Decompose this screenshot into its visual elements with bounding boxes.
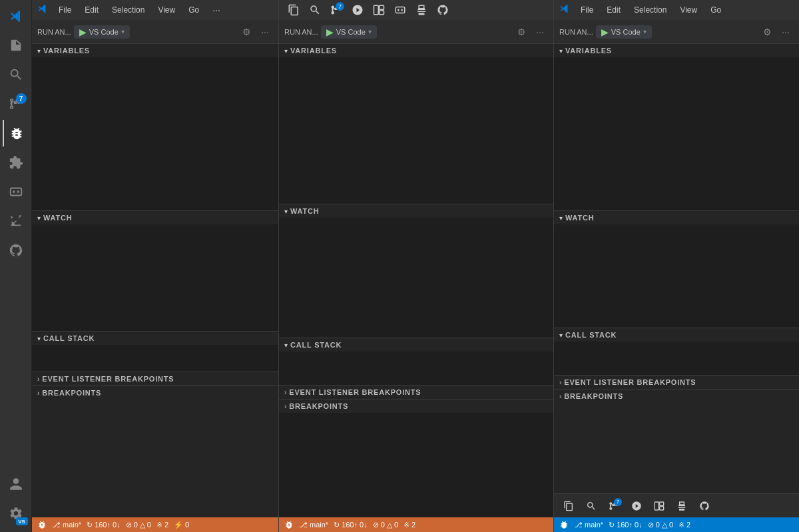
remote-icon[interactable] xyxy=(391,1,409,19)
right-branch-status[interactable]: ⎇ main* xyxy=(574,521,603,529)
center-debug-toolbar: RUN AN... ▶ VS Code ▾ ⚙ ··· xyxy=(279,20,553,44)
menu-file[interactable]: File xyxy=(53,4,77,16)
settings-button[interactable]: ⚙ xyxy=(238,24,254,40)
center-errors-status[interactable]: ⊘ 0 △ 0 xyxy=(373,521,398,529)
settings-icon[interactable]: VS xyxy=(3,500,29,527)
errors-status[interactable]: ⊘ 0 △ 0 xyxy=(126,521,151,529)
run-debug-icon[interactable] xyxy=(3,120,29,146)
right-layout-icon[interactable] xyxy=(650,497,668,515)
right-run-icon[interactable] xyxy=(627,497,646,515)
menu-edit[interactable]: Edit xyxy=(79,4,104,16)
center-watch-title: WATCH xyxy=(290,207,320,215)
right-variables-body xyxy=(554,57,799,210)
vscode-logo-icon[interactable] xyxy=(3,3,29,29)
right-debug-icon-status[interactable] xyxy=(559,520,569,529)
right-config-selector[interactable]: ▶ VS Code ▾ xyxy=(596,25,652,39)
center-call-stack-section-header[interactable]: ▾ CALL STACK xyxy=(279,338,553,352)
play-icon: ▶ xyxy=(79,27,87,37)
variables-section-header[interactable]: ▾ VARIABLES xyxy=(32,44,278,57)
right-more-button[interactable]: ··· xyxy=(778,24,794,40)
account-icon[interactable] xyxy=(3,471,29,497)
explorer-icon[interactable] xyxy=(3,32,29,59)
info-status[interactable]: ※ 2 xyxy=(156,521,168,529)
center-variables-section-header[interactable]: ▾ VARIABLES xyxy=(279,44,553,57)
center-sync-count: 160↑ 0↓ xyxy=(342,521,368,529)
right-status-bar: ⎇ main* ↻ 160↑ 0↓ ⊘ 0 △ 0 ※ 2 xyxy=(554,517,799,532)
center-branch-status[interactable]: ⎇ main* xyxy=(299,521,328,529)
center-more-button[interactable]: ··· xyxy=(532,24,548,40)
config-selector[interactable]: ▶ VS Code ▾ xyxy=(74,25,130,39)
more-button[interactable]: ··· xyxy=(257,24,273,40)
menu-go[interactable]: Go xyxy=(183,4,204,16)
breakpoints-chevron-icon: › xyxy=(37,390,39,397)
layout-icon[interactable] xyxy=(370,1,388,19)
center-event-listener-section-header[interactable]: › EVENT LISTENER BREAKPOINTS xyxy=(279,385,553,399)
svg-rect-6 xyxy=(396,7,405,13)
right-sync-status[interactable]: ↻ 160↑ 0↓ xyxy=(609,521,643,529)
center-debug-icon[interactable] xyxy=(284,520,294,529)
right-menu-file[interactable]: File xyxy=(575,4,599,16)
center-watch-section-header[interactable]: ▾ WATCH xyxy=(279,204,553,218)
settings-badge: VS xyxy=(16,517,28,525)
right-menu-selection[interactable]: Selection xyxy=(629,4,672,16)
search-icon[interactable] xyxy=(3,61,29,88)
right-breakpoints-section-header[interactable]: › BREAKPOINTS xyxy=(554,389,799,403)
right-search-icon[interactable] xyxy=(582,497,601,515)
remote-icon[interactable] xyxy=(3,178,29,205)
right-menu-edit[interactable]: Edit xyxy=(601,4,626,16)
right-menu-go[interactable]: Go xyxy=(705,4,726,16)
github-icon[interactable] xyxy=(433,1,452,19)
right-config-name: VS Code xyxy=(611,28,641,36)
extensions-icon[interactable] xyxy=(3,149,29,176)
center-call-stack-chevron-icon: ▾ xyxy=(284,342,288,349)
call-stack-chevron-icon: ▾ xyxy=(37,335,41,342)
warning-count: 0 xyxy=(147,521,151,529)
right-run-label: RUN AN... xyxy=(559,28,593,36)
run-icon[interactable] xyxy=(348,1,367,19)
menu-more[interactable]: ··· xyxy=(208,3,224,17)
menu-view[interactable]: View xyxy=(152,4,180,16)
right-panel: File Edit Selection View Go RUN AN... ▶ … xyxy=(554,0,799,532)
right-github-icon[interactable] xyxy=(695,497,714,515)
breakpoints-section-header[interactable]: › BREAKPOINTS xyxy=(32,386,278,399)
sync-status[interactable]: ↻ 160↑ 0↓ xyxy=(87,521,121,529)
right-test-icon[interactable] xyxy=(672,497,691,515)
watch-chevron-icon: ▾ xyxy=(37,214,41,222)
watch-section-header[interactable]: ▾ WATCH xyxy=(32,210,278,224)
event-listener-section-header[interactable]: › EVENT LISTENER BREAKPOINTS xyxy=(32,372,278,386)
copy-icon[interactable] xyxy=(284,1,303,19)
center-breakpoints-title: BREAKPOINTS xyxy=(289,402,348,410)
svg-rect-2 xyxy=(17,190,19,193)
test-icon[interactable] xyxy=(412,1,431,19)
call-stack-section-header[interactable]: ▾ CALL STACK xyxy=(32,331,278,345)
right-event-listener-section-header[interactable]: › EVENT LISTENER BREAKPOINTS xyxy=(554,375,799,389)
watch-title: WATCH xyxy=(43,214,73,222)
right-errors-status[interactable]: ⊘ 0 △ 0 xyxy=(648,521,673,529)
error-icon: ⊘ xyxy=(126,521,132,529)
ports-status[interactable]: ⚡ 0 xyxy=(174,521,189,529)
branch-status[interactable]: ⎇ main* xyxy=(52,521,81,529)
right-menu-view[interactable]: View xyxy=(674,4,702,16)
source-control-icon[interactable]: 7 xyxy=(327,1,346,19)
right-call-stack-section-header[interactable]: ▾ CALL STACK xyxy=(554,328,799,342)
right-info-status[interactable]: ※ 2 xyxy=(678,521,690,529)
center-info-status[interactable]: ※ 2 xyxy=(403,521,415,529)
center-config-selector[interactable]: ▶ VS Code ▾ xyxy=(321,25,377,39)
center-panel: 7 xyxy=(278,0,554,532)
source-control-icon[interactable]: 7 xyxy=(3,91,29,117)
right-variables-section-header[interactable]: ▾ VARIABLES xyxy=(554,44,799,57)
right-watch-section-header[interactable]: ▾ WATCH xyxy=(554,210,799,224)
right-source-control-icon[interactable]: 7 xyxy=(605,497,623,515)
call-stack-body xyxy=(32,345,278,372)
github-icon[interactable] xyxy=(3,237,29,264)
ports-count: 0 xyxy=(185,521,189,529)
debug-icon-status[interactable] xyxy=(37,520,47,529)
center-sync-status[interactable]: ↻ 160↑ 0↓ xyxy=(334,521,368,529)
right-settings-button[interactable]: ⚙ xyxy=(759,24,775,40)
center-breakpoints-section-header[interactable]: › BREAKPOINTS xyxy=(279,399,553,413)
test-icon[interactable] xyxy=(3,208,29,234)
menu-selection[interactable]: Selection xyxy=(107,4,150,16)
search-icon[interactable] xyxy=(306,1,324,19)
center-settings-button[interactable]: ⚙ xyxy=(513,24,529,40)
right-copy-icon[interactable] xyxy=(559,497,578,515)
